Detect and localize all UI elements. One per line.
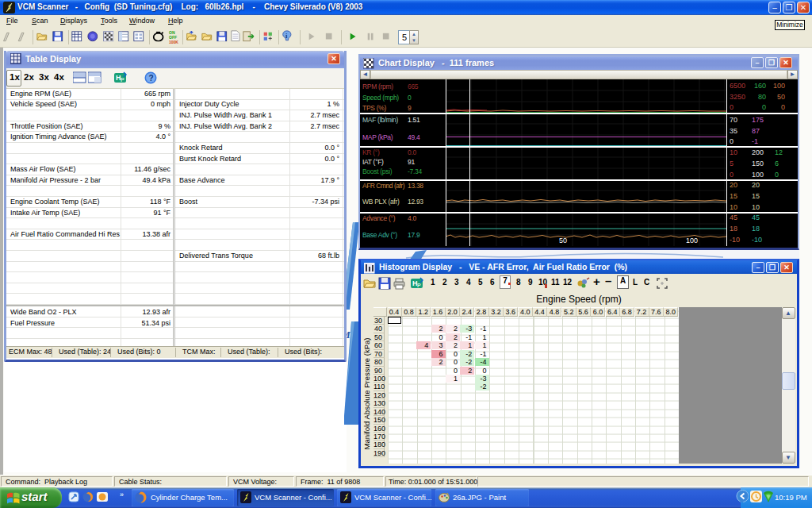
svg-text:P: P (121, 77, 124, 83)
svg-text:?: ? (149, 74, 154, 83)
svg-text:P: P (417, 283, 421, 288)
